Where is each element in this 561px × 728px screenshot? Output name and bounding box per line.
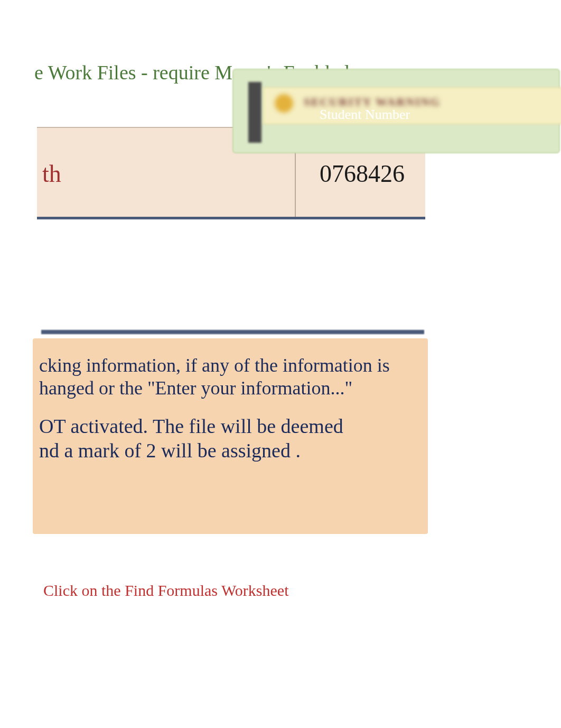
info-paragraph-2: OT activated. The file will be deemed nd…: [39, 414, 423, 463]
security-banner-side: [248, 82, 261, 143]
divider: [41, 330, 424, 334]
footer-instruction[interactable]: Click on the Find Formulas Worksheet: [43, 582, 289, 600]
info-para2-bottom: nd a mark of 2 will be assigned .: [39, 439, 301, 462]
info-box: cking information, if any of the informa…: [33, 338, 428, 534]
info-paragraph-1: cking information, if any of the informa…: [39, 354, 423, 400]
student-number-label: Student Number: [320, 107, 410, 123]
shield-icon: [275, 94, 293, 113]
info-para2-mid: activated. The file will be deemed: [70, 415, 343, 437]
info-para2-left: OT: [39, 415, 66, 437]
